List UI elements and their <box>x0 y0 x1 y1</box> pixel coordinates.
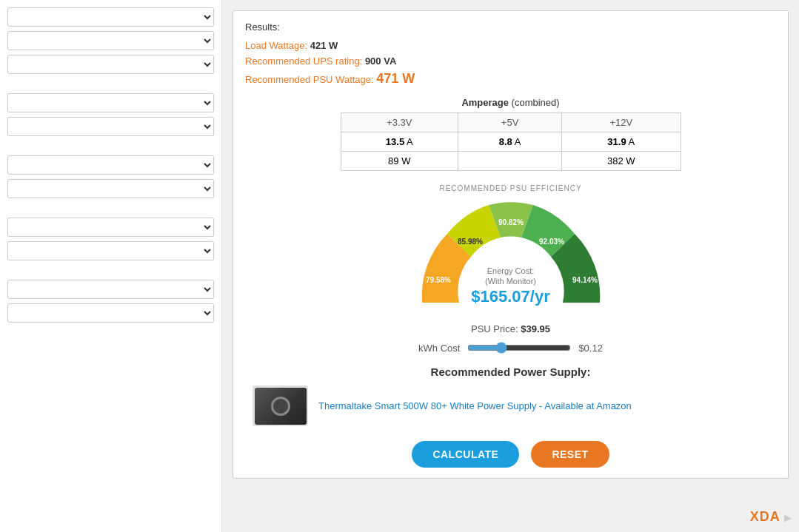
amp-val-33: 13.5 A <box>341 132 458 152</box>
main-content: Results: Load Wattage: 421 W Recommended… <box>222 0 799 532</box>
sidebar-select-1[interactable] <box>7 7 214 27</box>
gauge-container: 79.58% 85.98% 90.82% 92.03% 94.14% Energ… <box>400 195 622 317</box>
amp-col2-header: +5V <box>458 113 562 132</box>
energy-cost-value: $165.07/yr <box>471 287 549 306</box>
kwh-value: $0.12 <box>578 343 603 354</box>
results-label: Results: <box>245 21 776 33</box>
psu-wattage-value: 471 W <box>376 71 415 86</box>
sidebar-select-8[interactable] <box>7 218 214 237</box>
sidebar-select-10[interactable] <box>7 280 214 299</box>
amp-val-12: 31.9 A <box>562 132 681 152</box>
amp-val-5: 8.8 A <box>458 132 562 152</box>
rec-psu-link[interactable]: Thermaltake Smart 500W 80+ White Power S… <box>318 399 632 414</box>
amperage-section: Amperage (combined) +3.3V +5V +12V 13.5 … <box>245 97 776 171</box>
reset-button[interactable]: RESET <box>531 441 609 468</box>
sidebar-select-3[interactable] <box>7 55 214 74</box>
sidebar-select-6[interactable] <box>7 155 214 175</box>
sidebar-select-4[interactable] <box>7 93 214 112</box>
kwh-slider[interactable] <box>467 342 571 354</box>
amp-values-row: 13.5 A 8.8 A 31.9 A <box>341 132 681 152</box>
gauge-label-3: 90.82% <box>498 218 524 226</box>
rec-psu-product: Thermaltake Smart 500W 80+ White Power S… <box>245 385 776 426</box>
load-wattage-label: Load Wattage: <box>245 40 307 51</box>
sidebar <box>0 0 222 532</box>
amp-watts-5 <box>458 152 562 171</box>
xda-logo: XDA ▶ <box>750 509 792 525</box>
energy-cost-label: Energy Cost: (With Monitor) <box>471 266 549 287</box>
sidebar-select-9[interactable] <box>7 241 214 260</box>
psu-price-value: $39.95 <box>521 323 550 334</box>
kwh-label: kWh Cost <box>418 343 460 354</box>
load-wattage-value: 421 W <box>310 40 338 51</box>
buttons-row: CALCULATE RESET <box>245 441 776 468</box>
amperage-table: +3.3V +5V +12V 13.5 A 8.8 A 31.9 A 89 W … <box>341 112 681 171</box>
psu-product-image <box>253 385 308 426</box>
psu-wattage-label: Recommended PSU Wattage: <box>245 74 374 85</box>
amp-col3-header: +12V <box>562 113 681 132</box>
sidebar-select-5[interactable] <box>7 117 214 136</box>
energy-cost-center: Energy Cost: (With Monitor) $165.07/yr <box>471 266 549 306</box>
sidebar-select-11[interactable] <box>7 303 214 323</box>
amp-col1-header: +3.3V <box>341 113 458 132</box>
psu-price-label: PSU Price: <box>471 323 518 334</box>
psu-price-row: PSU Price: $39.95 <box>245 323 776 334</box>
rec-psu-title: Recommended Power Supply: <box>245 366 776 378</box>
ups-row: Recommended UPS rating: 900 VA <box>245 55 776 67</box>
psu-icon <box>255 388 307 425</box>
gauge-label-5: 94.14% <box>572 276 598 284</box>
amp-watts-33: 89 W <box>341 152 458 171</box>
amperage-title: Amperage (combined) <box>245 97 776 108</box>
ups-value: 900 VA <box>365 55 396 67</box>
psu-wattage-row: Recommended PSU Wattage: 471 W <box>245 71 776 87</box>
gauge-label-4: 92.03% <box>539 238 564 246</box>
results-box: Results: Load Wattage: 421 W Recommended… <box>233 10 789 479</box>
amp-watts-12: 382 W <box>562 152 681 171</box>
load-wattage-row: Load Wattage: 421 W <box>245 40 776 51</box>
kwh-slider-row: kWh Cost $0.12 <box>245 342 776 354</box>
amp-watts-row: 89 W 382 W <box>341 152 681 171</box>
ups-label: Recommended UPS rating: <box>245 55 362 67</box>
gauge-section: RECOMMENDED PSU EFFICIENCY 79. <box>245 184 776 317</box>
gauge-label-2: 85.98% <box>458 238 483 246</box>
gauge-top-label: RECOMMENDED PSU EFFICIENCY <box>245 184 776 192</box>
sidebar-select-2[interactable] <box>7 31 214 50</box>
gauge-label-1: 79.58% <box>426 276 451 284</box>
sidebar-select-7[interactable] <box>7 179 214 198</box>
calculate-button[interactable]: CALCULATE <box>412 441 519 468</box>
